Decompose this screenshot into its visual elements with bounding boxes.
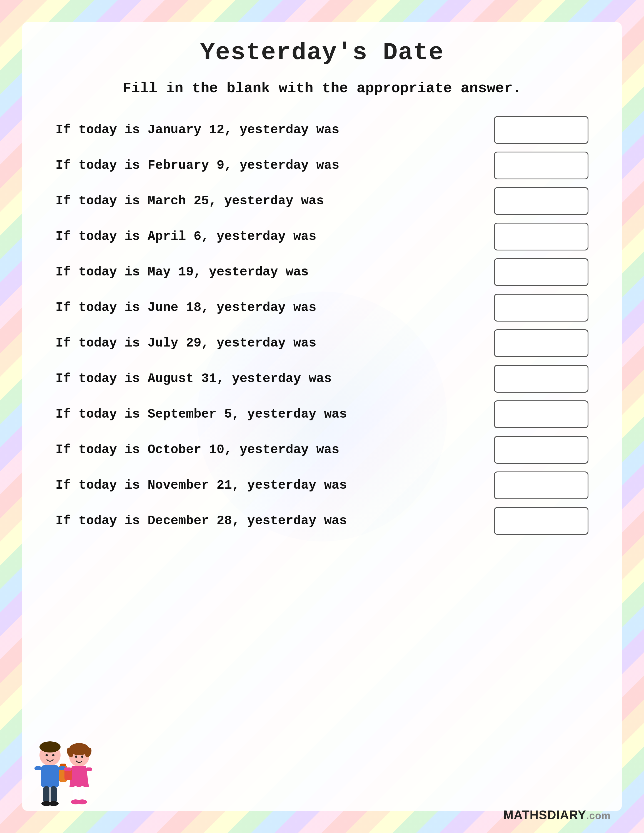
question-label-4: If today is April 6, yesterday was xyxy=(56,229,477,244)
answer-input-7[interactable] xyxy=(494,329,588,357)
svg-rect-7 xyxy=(43,786,50,803)
svg-rect-11 xyxy=(34,766,42,770)
question-label-12: If today is December 28, yesterday was xyxy=(56,514,477,528)
kids-illustration xyxy=(28,738,100,816)
answer-input-9[interactable] xyxy=(494,400,588,428)
answer-input-5[interactable] xyxy=(494,258,588,286)
question-label-9: If today is September 5, yesterday was xyxy=(56,407,477,421)
question-label-2: If today is February 9, yesterday was xyxy=(56,158,477,173)
question-row-5: If today is May 19, yesterday was xyxy=(56,258,588,286)
question-label-11: If today is November 21, yesterday was xyxy=(56,478,477,492)
question-row-4: If today is April 6, yesterday was xyxy=(56,223,588,251)
question-label-7: If today is July 29, yesterday was xyxy=(56,336,477,351)
question-row-6: If today is June 18, yesterday was xyxy=(56,294,588,322)
svg-point-18 xyxy=(81,756,83,758)
answer-input-3[interactable] xyxy=(494,187,588,215)
question-label-1: If today is January 12, yesterday was xyxy=(56,123,477,137)
svg-rect-4 xyxy=(41,765,59,788)
branding-suffix: .com xyxy=(586,810,611,821)
svg-point-23 xyxy=(77,799,87,804)
answer-input-1[interactable] xyxy=(494,116,588,144)
svg-rect-6 xyxy=(60,764,66,766)
svg-point-3 xyxy=(52,754,55,756)
questions-list: If today is January 12, yesterday wasIf … xyxy=(56,116,588,535)
svg-rect-20 xyxy=(73,786,78,802)
svg-point-17 xyxy=(75,756,77,758)
answer-input-4[interactable] xyxy=(494,223,588,251)
svg-point-2 xyxy=(45,754,48,756)
question-label-8: If today is August 31, yesterday was xyxy=(56,371,477,386)
svg-rect-8 xyxy=(51,786,57,803)
branding-main: MATHSDIARY xyxy=(504,808,586,822)
answer-input-10[interactable] xyxy=(494,436,588,464)
answer-input-11[interactable] xyxy=(494,471,588,499)
question-row-9: If today is September 5, yesterday was xyxy=(56,400,588,428)
question-row-11: If today is November 21, yesterday was xyxy=(56,471,588,499)
question-label-5: If today is May 19, yesterday was xyxy=(56,265,477,279)
svg-point-10 xyxy=(48,801,59,806)
branding: MATHSDIARY.com xyxy=(504,808,611,822)
answer-input-6[interactable] xyxy=(494,294,588,322)
answer-input-2[interactable] xyxy=(494,151,588,179)
question-row-7: If today is July 29, yesterday was xyxy=(56,329,588,357)
answer-input-12[interactable] xyxy=(494,507,588,535)
subtitle: Fill in the blank with the appropriate a… xyxy=(56,80,588,96)
svg-point-1 xyxy=(39,741,61,753)
question-row-8: If today is August 31, yesterday was xyxy=(56,365,588,392)
question-row-2: If today is February 9, yesterday was xyxy=(56,151,588,179)
question-row-1: If today is January 12, yesterday was xyxy=(56,116,588,144)
main-card: Yesterday's Date Fill in the blank with … xyxy=(22,22,622,811)
question-label-10: If today is October 10, yesterday was xyxy=(56,442,477,457)
question-label-6: If today is June 18, yesterday was xyxy=(56,301,477,315)
question-row-10: If today is October 10, yesterday was xyxy=(56,436,588,464)
question-row-3: If today is March 25, yesterday was xyxy=(56,187,588,215)
page-title: Yesterday's Date xyxy=(56,39,588,66)
svg-rect-24 xyxy=(64,767,72,771)
question-label-3: If today is March 25, yesterday was xyxy=(56,194,477,208)
svg-rect-21 xyxy=(79,786,85,802)
answer-input-8[interactable] xyxy=(494,365,588,392)
svg-rect-25 xyxy=(85,767,92,771)
question-row-12: If today is December 28, yesterday was xyxy=(56,507,588,535)
